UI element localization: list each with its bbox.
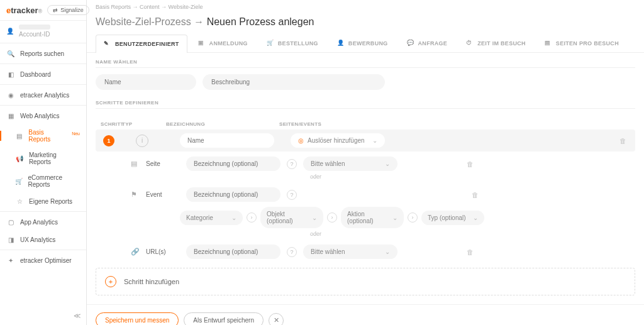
delete-row-icon[interactable]: 🗑 bbox=[472, 191, 479, 199]
help-icon[interactable]: ? bbox=[287, 247, 297, 257]
chevron-down-icon: ⌄ bbox=[473, 214, 478, 221]
step-number-badge: 1 bbox=[103, 135, 114, 146]
sidebar-item-eigene[interactable]: ☆Eigene Reports bbox=[0, 192, 86, 210]
delete-row-icon[interactable]: 🗑 bbox=[467, 248, 474, 256]
pages-icon: ▤ bbox=[545, 40, 552, 47]
chevron-down-icon: ⌄ bbox=[385, 248, 390, 255]
typ-select[interactable]: Typ (optional)⌄ bbox=[421, 211, 484, 225]
type-label-seite: Seite bbox=[146, 160, 180, 167]
search-icon: 🔍 bbox=[6, 49, 15, 58]
sidebar-item-search[interactable]: 🔍Reports suchen bbox=[0, 45, 86, 62]
urls-select[interactable]: Bitte wählen⌄ bbox=[303, 245, 397, 259]
custom-icon: ☆ bbox=[15, 197, 24, 206]
seite-bezeichnung-input[interactable] bbox=[186, 157, 280, 171]
step-type-urls: 🔗 URL(s) ? Bitte wählen⌄ 🗑 bbox=[96, 240, 635, 259]
chevron-down-icon: ⌄ bbox=[392, 214, 397, 221]
type-label-event: Event bbox=[146, 191, 180, 198]
breadcrumb[interactable]: Basis Reports → Content → Website-Ziele bbox=[87, 0, 644, 14]
tabs: ✎BENUTZERDEFINIERT ▣ANMELDUNG 🛒BESTELLUN… bbox=[87, 34, 644, 53]
section-schritte: SCHRITTE DEFINIEREN bbox=[87, 94, 644, 119]
reports-icon: ▤ bbox=[15, 131, 23, 140]
sidebar-item-analytics[interactable]: ◉etracker Analytics bbox=[0, 86, 86, 104]
separator-oder: oder bbox=[221, 228, 410, 240]
section-label-name: NAME WÄHLEN bbox=[96, 59, 635, 68]
neu-badge: Neu bbox=[72, 131, 80, 136]
add-step-button[interactable]: + Schritt hinzufügen bbox=[96, 268, 635, 295]
signup-icon: ▣ bbox=[198, 40, 206, 47]
delete-step-icon[interactable]: 🗑 bbox=[614, 135, 631, 147]
sidebar-item-ux-analytics[interactable]: ◨UX Analytics bbox=[0, 231, 86, 248]
info-icon[interactable]: i bbox=[136, 135, 148, 147]
chevron-down-icon: ⌄ bbox=[385, 160, 390, 167]
help-icon[interactable]: ? bbox=[287, 159, 297, 169]
event-detail-row: Kategorie⌄ › Objekt (optional)⌄ › Aktion… bbox=[96, 202, 635, 228]
steps-area: SCHRITT TYP BEZEICHNUNG SEITEN/EVENTS 1 … bbox=[87, 119, 644, 259]
sidebar-item-dashboard[interactable]: ◧Dashboard bbox=[0, 65, 86, 83]
chevron-down-icon: ⌄ bbox=[231, 214, 236, 221]
flag-icon: ⚑ bbox=[131, 190, 140, 199]
sidebar-item-marketing[interactable]: 📢Marketing Reports bbox=[0, 147, 86, 170]
cart-icon: 🛒 bbox=[267, 40, 274, 47]
link-icon: 🔗 bbox=[131, 248, 140, 256]
tab-user-defined[interactable]: ✎BENUTZERDEFINIERT bbox=[96, 35, 187, 53]
sidebar-collapse[interactable]: ≪ bbox=[0, 307, 86, 325]
step-row-1: 1 i ◎Auslöser hinzufügen⌄ 🗑 bbox=[96, 129, 635, 151]
ecommerce-icon: 🛒 bbox=[15, 177, 23, 185]
save-and-measure-button[interactable]: Speichern und messen bbox=[96, 312, 179, 325]
pencil-icon: ✎ bbox=[104, 40, 111, 48]
marketing-icon: 📢 bbox=[15, 154, 24, 163]
tab-seiten[interactable]: ▤SEITEN PRO BESUCH bbox=[536, 34, 627, 52]
add-trigger-button[interactable]: ◎Auslöser hinzufügen⌄ bbox=[291, 133, 385, 148]
delete-row-icon[interactable]: 🗑 bbox=[467, 160, 474, 168]
account-block[interactable]: 👤 Account-ID bbox=[0, 21, 86, 41]
arrow-icon: › bbox=[247, 212, 257, 223]
event-bezeichnung-input[interactable] bbox=[186, 187, 280, 202]
sidebar-item-app-analytics[interactable]: ▢App Analytics bbox=[0, 213, 86, 231]
chat-icon: 💬 bbox=[407, 40, 414, 47]
tab-anmeldung[interactable]: ▣ANMELDUNG bbox=[190, 34, 256, 52]
web-icon: ▦ bbox=[6, 111, 15, 120]
sidebar-item-optimiser[interactable]: ✦etracker Optimiser bbox=[0, 251, 86, 269]
analytics-icon: ◉ bbox=[6, 91, 15, 99]
description-input[interactable] bbox=[203, 74, 385, 90]
ux-icon: ◨ bbox=[6, 235, 15, 244]
save-draft-button[interactable]: Als Entwurf speichern bbox=[184, 312, 264, 325]
section-label-steps: SCHRITTE DEFINIEREN bbox=[96, 100, 635, 109]
sidebar-header: etracker® ⇄Signalize bbox=[0, 0, 86, 21]
urls-bezeichnung-input[interactable] bbox=[186, 245, 280, 259]
name-input[interactable] bbox=[96, 74, 196, 90]
page-icon: ▤ bbox=[131, 160, 140, 168]
arrow-icon: › bbox=[327, 212, 337, 223]
page-title: Website-Ziel-Prozess → Neuen Prozess anl… bbox=[87, 14, 644, 34]
sidebar-item-ecommerce[interactable]: 🛒eCommerce Reports bbox=[0, 170, 86, 192]
cancel-button[interactable]: ✕ bbox=[269, 313, 284, 326]
chevron-down-icon: ⌄ bbox=[372, 137, 377, 144]
step-type-seite: ▤ Seite ? Bitte wählen⌄ 🗑 bbox=[96, 151, 635, 171]
seite-select[interactable]: Bitte wählen⌄ bbox=[303, 157, 397, 171]
app-icon: ▢ bbox=[6, 218, 15, 226]
tab-bewerbung[interactable]: 👤BEWERBUNG bbox=[329, 34, 396, 52]
objekt-select[interactable]: Objekt (optional)⌄ bbox=[260, 207, 323, 228]
kategorie-select[interactable]: Kategorie⌄ bbox=[180, 211, 243, 225]
chevron-down-icon: ⌄ bbox=[312, 214, 317, 221]
main-content: Basis Reports → Content → Website-Ziele … bbox=[87, 0, 644, 325]
dashboard-icon: ◧ bbox=[6, 70, 15, 79]
step-type-event: ⚑ Event ? 🗑 bbox=[96, 182, 635, 202]
signalize-button[interactable]: ⇄Signalize bbox=[47, 5, 89, 15]
column-headers: SCHRITT TYP BEZEICHNUNG SEITEN/EVENTS bbox=[96, 119, 635, 129]
separator-oder: oder bbox=[221, 171, 410, 182]
optimiser-icon: ✦ bbox=[6, 256, 15, 265]
tab-anfrage[interactable]: 💬ANFRAGE bbox=[399, 34, 456, 52]
aktion-select[interactable]: Aktion (optional)⌄ bbox=[341, 207, 404, 228]
brand-logo: etracker® bbox=[6, 6, 42, 15]
sidebar: etracker® ⇄Signalize 👤 Account-ID 🔍Repor… bbox=[0, 0, 87, 325]
step-name-input[interactable] bbox=[180, 133, 274, 148]
plus-icon: + bbox=[105, 276, 116, 287]
footer-actions: Speichern und messen Als Entwurf speiche… bbox=[87, 304, 644, 325]
tab-bestellung[interactable]: 🛒BESTELLUNG bbox=[258, 34, 326, 52]
sidebar-item-web-analytics[interactable]: ▦Web Analytics bbox=[0, 107, 86, 124]
tab-zeit[interactable]: ⏱ZEIT IM BESUCH bbox=[458, 34, 534, 52]
sidebar-item-basis-reports[interactable]: ▤Basis ReportsNeu bbox=[0, 124, 86, 147]
apply-icon: 👤 bbox=[337, 40, 345, 47]
help-icon[interactable]: ? bbox=[287, 190, 297, 200]
